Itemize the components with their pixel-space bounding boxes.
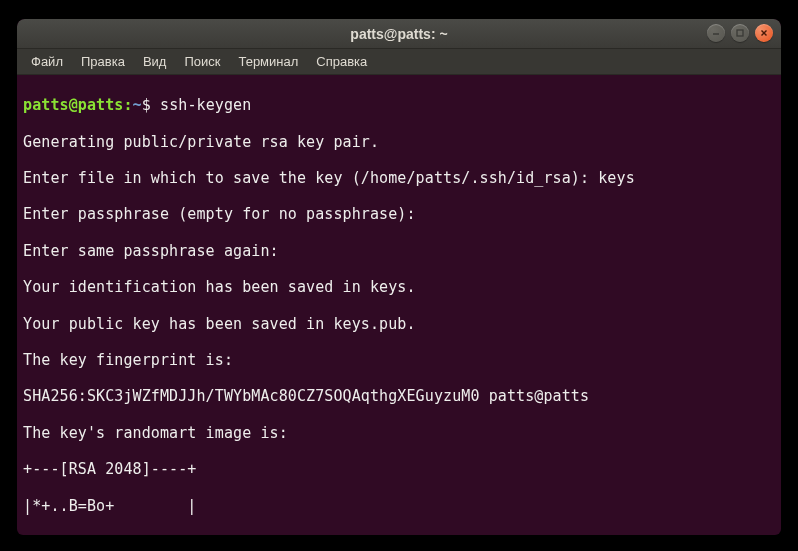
menu-help[interactable]: Справка	[308, 51, 375, 72]
output-line: The key fingerprint is:	[23, 351, 775, 369]
titlebar: patts@patts: ~	[17, 19, 781, 49]
svg-rect-1	[737, 30, 743, 36]
menu-edit[interactable]: Правка	[73, 51, 133, 72]
output-line: Enter file in which to save the key (/ho…	[23, 169, 775, 187]
window-controls	[707, 24, 773, 42]
close-button[interactable]	[755, 24, 773, 42]
menu-view[interactable]: Вид	[135, 51, 175, 72]
output-line: Enter passphrase (empty for no passphras…	[23, 205, 775, 223]
output-line: Your identification has been saved in ke…	[23, 278, 775, 296]
menu-terminal[interactable]: Терминал	[230, 51, 306, 72]
menubar: Файл Правка Вид Поиск Терминал Справка	[17, 49, 781, 75]
menu-file[interactable]: Файл	[23, 51, 71, 72]
output-line: Enter same passphrase again:	[23, 242, 775, 260]
minimize-icon	[711, 28, 721, 38]
prompt-path: ~	[133, 96, 142, 114]
output-line: The key's randomart image is:	[23, 424, 775, 442]
maximize-icon	[735, 28, 745, 38]
randomart-line: |o=oo.X.=o+ |	[23, 533, 775, 535]
close-icon	[759, 28, 769, 38]
terminal-window: patts@patts: ~ Файл Правка Вид Поиск Тер…	[17, 19, 781, 535]
terminal-content[interactable]: patts@patts:~$ ssh-keygen Generating pub…	[17, 75, 781, 535]
prompt-colon: :	[123, 96, 132, 114]
output-line: SHA256:SKC3jWZfMDJJh/TWYbMAc80CZ7SOQAqth…	[23, 387, 775, 405]
command-text: ssh-keygen	[160, 96, 251, 114]
prompt-symbol: $	[142, 96, 151, 114]
menu-search[interactable]: Поиск	[176, 51, 228, 72]
randomart-line: |*+..B=Bo+ |	[23, 497, 775, 515]
output-line: Generating public/private rsa key pair.	[23, 133, 775, 151]
maximize-button[interactable]	[731, 24, 749, 42]
prompt-user-host: patts@patts	[23, 96, 123, 114]
randomart-line: +---[RSA 2048]----+	[23, 460, 775, 478]
minimize-button[interactable]	[707, 24, 725, 42]
output-line: Your public key has been saved in keys.p…	[23, 315, 775, 333]
window-title: patts@patts: ~	[17, 26, 781, 42]
